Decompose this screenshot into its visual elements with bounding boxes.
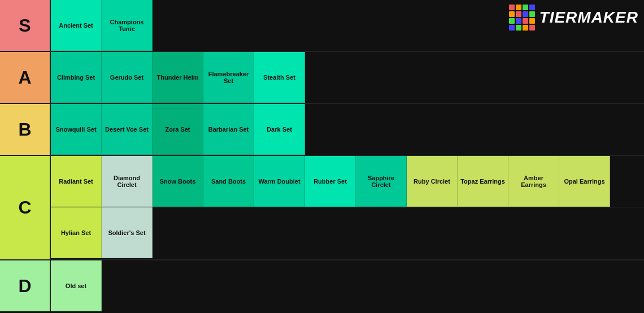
logo-cell [509, 18, 515, 24]
logo-cell [516, 25, 521, 31]
tier-label-a: A [0, 52, 51, 103]
tier-item[interactable]: Zora Set [153, 104, 203, 155]
tier-row-d: D Old set [0, 260, 644, 311]
tier-item[interactable]: Snow Boots [153, 156, 203, 207]
tier-item[interactable]: Thunder Helm [153, 52, 203, 103]
tier-item[interactable]: Diamond Circlet [102, 156, 153, 207]
tier-items-c-wrapper: Radiant SetDiamond CircletSnow BootsSand… [51, 156, 644, 259]
logo-cell [509, 11, 515, 17]
tier-item[interactable]: Topaz Earrings [458, 156, 508, 207]
logo-cell [516, 5, 521, 10]
tier-item[interactable]: Flamebreaker Set [203, 52, 254, 103]
tier-items-a: Climbing SetGerudo SetThunder HelmFlameb… [51, 52, 347, 103]
tier-item[interactable]: Hylian Set [51, 207, 102, 258]
tier-item[interactable]: Ruby Circlet [407, 156, 458, 207]
tier-fill-b [347, 104, 644, 155]
tier-label-b: B [0, 104, 51, 155]
tier-fill-c1 [51, 258, 644, 259]
tier-items-c-row2: Hylian SetSoldier's Set [51, 207, 644, 258]
tier-items-s: Ancient SetChampions Tunic [51, 0, 347, 51]
tier-items-b: Snowquill SetDesert Voe SetZora SetBarba… [51, 104, 347, 155]
logo-cell [523, 11, 528, 17]
tier-label-c: C [0, 156, 51, 259]
tier-item[interactable]: Dark Set [254, 104, 305, 155]
tier-fill-d [347, 260, 644, 311]
logo-cell [529, 18, 535, 24]
tier-item[interactable]: Sand Boots [203, 156, 254, 207]
tiermaker-container: TiERMAKER S Ancient SetChampions Tunic A… [0, 0, 644, 313]
logo-cell [523, 18, 528, 24]
tier-label-s: S [0, 0, 51, 51]
tier-items-c-row1: Radiant SetDiamond CircletSnow BootsSand… [51, 156, 644, 207]
tier-item[interactable]: Ancient Set [51, 0, 102, 51]
tier-item[interactable]: Gerudo Set [102, 52, 153, 103]
logo-grid [509, 5, 535, 31]
tier-row-a: A Climbing SetGerudo SetThunder HelmFlam… [0, 52, 644, 104]
logo-cell [529, 25, 535, 31]
tier-item[interactable]: Rubber Set [305, 156, 356, 207]
tier-item[interactable]: Soldier's Set [102, 207, 153, 258]
logo-cell [509, 25, 515, 31]
tier-item[interactable]: Warm Doublet [254, 156, 305, 207]
tier-item[interactable]: Radiant Set [51, 156, 102, 207]
tier-item[interactable]: Opal Earrings [559, 156, 610, 207]
tier-fill-a [347, 52, 644, 103]
logo-cell [516, 11, 521, 17]
logo-cell [529, 5, 535, 10]
logo-cell [516, 18, 521, 24]
tier-item[interactable]: Champions Tunic [102, 0, 153, 51]
logo-cell [509, 5, 515, 10]
tier-item[interactable]: Stealth Set [254, 52, 305, 103]
tier-row-c: C Radiant SetDiamond CircletSnow BootsSa… [0, 156, 644, 260]
tier-item[interactable]: Snowquill Set [51, 104, 102, 155]
tier-item[interactable]: Climbing Set [51, 52, 102, 103]
logo-cell [529, 11, 535, 17]
logo-cell [523, 5, 528, 10]
tier-item[interactable]: Desert Voe Set [102, 104, 153, 155]
tier-item[interactable]: Barbarian Set [203, 104, 254, 155]
logo-text: TiERMAKER [539, 8, 638, 27]
tier-item[interactable]: Old set [51, 260, 102, 311]
tier-item[interactable]: Sapphire Circlet [356, 156, 407, 207]
tier-row-b: B Snowquill SetDesert Voe SetZora SetBar… [0, 104, 644, 156]
tier-label-d: D [0, 260, 51, 311]
logo: TiERMAKER [509, 5, 638, 31]
tier-items-d: Old set [51, 260, 347, 311]
tier-item[interactable]: Amber Earrings [508, 156, 559, 207]
logo-cell [523, 25, 528, 31]
